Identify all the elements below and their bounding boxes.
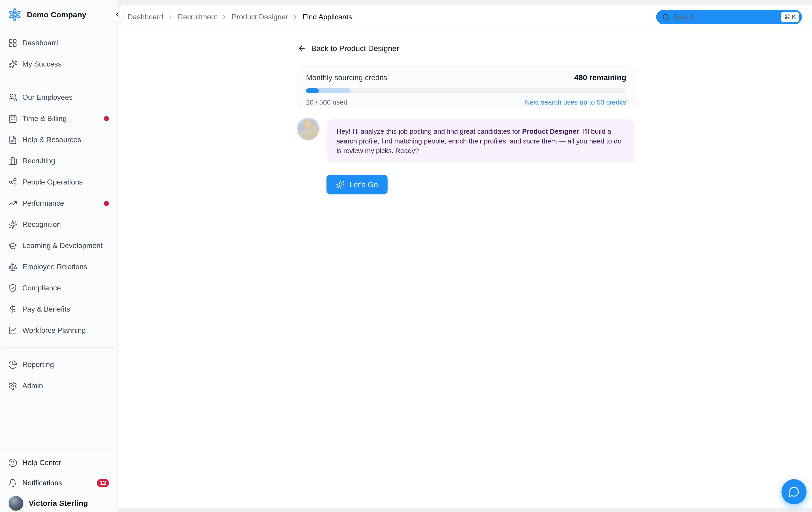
sidebar-divider	[3, 347, 114, 348]
sidebar-item-help-resources[interactable]: Help & Resources	[0, 129, 117, 150]
main-panel: Dashboard Recruitment Product Designer F…	[117, 5, 812, 508]
search-icon	[662, 13, 670, 21]
search-text-field[interactable]	[673, 13, 781, 21]
sparkles-icon	[8, 220, 17, 229]
sidebar-footer: Help Center Notifications 12 Victoria St…	[0, 450, 117, 512]
breadcrumb-item-recruitment[interactable]: Recruitment	[178, 13, 218, 21]
sidebar: Demo Company Dashboard My Success Our Em…	[0, 0, 117, 512]
notifications-count-badge: 12	[97, 479, 109, 487]
breadcrumb-item-dashboard[interactable]: Dashboard	[127, 13, 163, 21]
sidebar-item-dashboard[interactable]: Dashboard	[0, 32, 117, 54]
assistant-message-bubble: Hey! I'll analyze this job posting and f…	[326, 119, 635, 163]
search-input[interactable]: ⌘ K	[656, 10, 802, 24]
credits-title: Monthly sourcing credits	[306, 73, 387, 82]
arrow-left-icon	[297, 44, 306, 53]
sidebar-item-admin[interactable]: Admin	[0, 375, 117, 396]
bell-icon	[8, 479, 17, 488]
chevron-right-icon	[292, 14, 298, 20]
company-logo-flower-icon	[7, 7, 22, 22]
sidebar-item-pay-benefits[interactable]: Pay & Benefits	[0, 299, 117, 320]
sidebar-item-learning-development[interactable]: Learning & Development	[0, 235, 117, 256]
credits-progress-bar	[306, 88, 626, 93]
help-circle-icon	[8, 458, 17, 468]
notifications-button[interactable]: Notifications 12	[0, 473, 117, 493]
credits-used-label: 20 / 500 used	[306, 98, 347, 106]
chat-fab-button[interactable]	[781, 479, 807, 504]
assistant-avatar	[297, 118, 320, 141]
sidebar-item-recognition[interactable]: Recognition	[0, 214, 117, 235]
trending-up-icon	[8, 199, 17, 208]
sidebar-item-reporting[interactable]: Reporting	[0, 354, 117, 375]
dashboard-grid-icon	[8, 38, 17, 48]
chat-bubble-icon	[788, 486, 800, 498]
user-profile-button[interactable]: Victoria Sterling	[0, 493, 117, 512]
job-title-emphasis: Product Designer	[522, 127, 579, 135]
sparkles-icon	[8, 60, 17, 69]
sidebar-item-compliance[interactable]: Compliance	[0, 277, 117, 299]
lets-go-button[interactable]: Let's Go	[326, 175, 387, 194]
sidebar-item-people-operations[interactable]: People Operations	[0, 172, 117, 193]
logo-row[interactable]: Demo Company	[0, 0, 117, 22]
assistant-message-row: Hey! I'll analyze this job posting and f…	[297, 118, 635, 163]
chevron-left-icon	[114, 11, 121, 18]
sidebar-menu: Dashboard My Success Our Employees Time …	[0, 22, 117, 396]
sidebar-item-our-employees[interactable]: Our Employees	[0, 87, 117, 108]
chevron-right-icon	[168, 14, 174, 20]
scales-icon	[8, 262, 17, 271]
back-link[interactable]: Back to Product Designer	[297, 43, 399, 53]
sparkles-icon	[336, 180, 345, 189]
sidebar-item-my-success[interactable]: My Success	[0, 54, 117, 75]
company-name: Demo Company	[27, 10, 86, 19]
chevron-right-icon	[221, 14, 228, 20]
alert-dot	[104, 116, 109, 121]
sidebar-collapse-button[interactable]	[110, 7, 125, 22]
search-shortcut-badge: ⌘ K	[781, 12, 799, 22]
dollar-icon	[8, 305, 17, 314]
breadcrumb: Dashboard Recruitment Product Designer F…	[127, 13, 352, 21]
sidebar-divider	[3, 81, 114, 81]
sidebar-item-recruiting[interactable]: Recruiting	[0, 150, 117, 172]
graduation-cap-icon	[8, 241, 17, 250]
sidebar-item-employee-relations[interactable]: Employee Relations	[0, 256, 117, 277]
progress-used	[306, 88, 319, 93]
users-icon	[8, 93, 17, 102]
credits-remaining: 480 remaining	[574, 73, 626, 82]
sidebar-item-performance[interactable]: Performance	[0, 193, 117, 214]
network-icon	[8, 178, 17, 187]
shield-check-icon	[8, 283, 17, 293]
credits-card: Monthly sourcing credits 480 remaining 2…	[297, 66, 635, 107]
sidebar-item-workforce-planning[interactable]: Workforce Planning	[0, 320, 117, 341]
gear-icon	[8, 381, 17, 390]
credits-next-search-link[interactable]: Next search uses up to 50 credits	[525, 98, 626, 106]
user-avatar	[8, 495, 24, 511]
file-text-icon	[8, 135, 17, 144]
top-bar: Dashboard Recruitment Product Designer F…	[118, 5, 812, 29]
chart-line-icon	[8, 326, 17, 335]
breadcrumb-item-find-applicants: Find Applicants	[302, 13, 352, 21]
alert-dot	[104, 201, 109, 206]
pie-chart-icon	[8, 360, 17, 369]
briefcase-icon	[8, 156, 17, 165]
calendar-icon	[8, 114, 17, 123]
sidebar-item-time-billing[interactable]: Time & Billing	[0, 108, 117, 129]
help-center-button[interactable]: Help Center	[0, 453, 117, 473]
breadcrumb-item-product-designer[interactable]: Product Designer	[232, 13, 288, 21]
